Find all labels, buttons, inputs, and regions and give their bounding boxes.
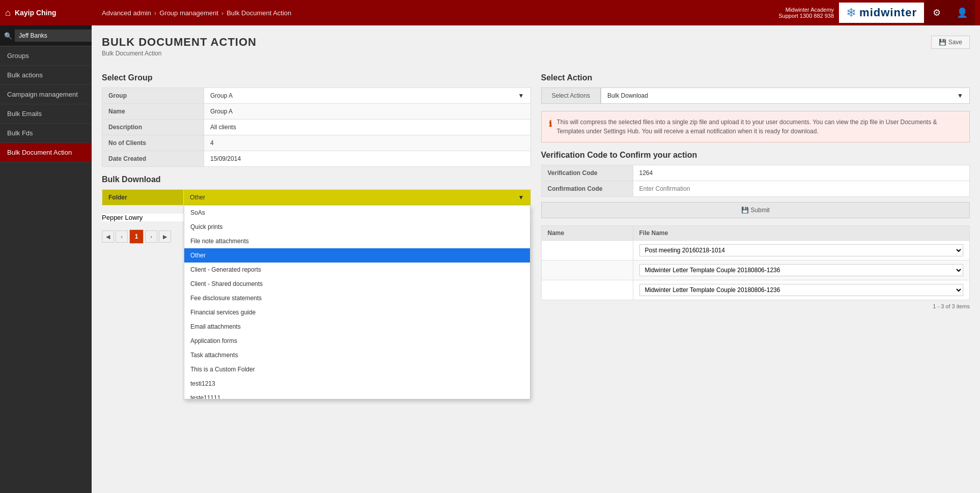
page-next-btn[interactable]: › [145, 230, 157, 243]
folder-option-task-attachments[interactable]: Task attachments [184, 348, 530, 362]
breadcrumb-sep-2: › [221, 9, 223, 17]
page-subtitle: Bulk Document Action [102, 50, 257, 57]
settings-button[interactable]: ⚙ [924, 0, 949, 25]
page-prev-btn-2[interactable]: ‹ [116, 230, 128, 243]
bulk-download-title: Bulk Download [102, 175, 531, 184]
folder-option-email-attachments[interactable]: Email attachments [184, 320, 530, 334]
submit-icon: 💾 [741, 207, 749, 214]
file-select-1[interactable]: Post meeting 20160218-1014 [639, 244, 964, 256]
description-row: Description All clients [102, 120, 531, 135]
sidebar-item-bulk-document-action[interactable]: Bulk Document Action [0, 143, 92, 162]
file-row-3: Midwinter Letter Template Couple 2018080… [541, 280, 970, 300]
file-table-body: Post meeting 20160218-1014 Midwinter Let… [541, 241, 970, 300]
file-select-3[interactable]: Midwinter Letter Template Couple 2018080… [639, 284, 964, 296]
two-col-layout: Select Group Group Group A ▼ Name [102, 73, 970, 309]
academy-name: Midwinter Academy [778, 7, 834, 13]
file-client-name-1 [541, 241, 633, 260]
file-name-col: Name [541, 226, 633, 241]
folder-option-application-forms[interactable]: Application forms [184, 334, 530, 348]
nav-username: Kayip Ching [15, 9, 57, 17]
name-label: Name [102, 104, 204, 120]
folder-option-soas[interactable]: SoAs [184, 206, 530, 220]
group-text: Group A [210, 92, 233, 99]
midwinter-logo: ❄ midwinter [839, 3, 924, 23]
right-column: Select Action Select Actions Bulk Downlo… [541, 73, 970, 309]
date-created-row: Date Created 15/09/2014 [102, 151, 531, 167]
save-icon: 💾 [939, 39, 946, 46]
folder-option-fee-disclosure[interactable]: Fee disclosure statements [184, 291, 530, 305]
search-icon: 🔍 [4, 32, 12, 40]
file-select-2[interactable]: Midwinter Letter Template Couple 2018080… [639, 264, 964, 276]
verification-title: Verification Code to Confirm your action [541, 151, 970, 160]
folder-dropdown-cell: Other ▼ SoAs Quick prints File note atta… [184, 190, 531, 206]
page-1-btn[interactable]: 1 [129, 229, 144, 244]
folder-option-file-note[interactable]: File note attachments [184, 234, 530, 248]
page-prev-btn[interactable]: ◀ [102, 230, 114, 243]
save-label: Save [948, 39, 962, 46]
file-name-col-2: File Name [633, 226, 970, 241]
folder-option-client-shared[interactable]: Client - Shared documents [184, 277, 530, 291]
folder-option-custom-folder[interactable]: This is a Custom Folder [184, 362, 530, 376]
sidebar-item-bulk-fds[interactable]: Bulk Fds [0, 124, 92, 143]
select-actions-tab[interactable]: Select Actions [541, 88, 601, 104]
action-dropdown-text: Bulk Download [607, 92, 648, 99]
sidebar-search-area: 🔍 [0, 25, 92, 46]
breadcrumb: Advanced admin › Group management › Bulk… [97, 9, 778, 17]
folder-option-client-generated[interactable]: Client - Generated reports [184, 263, 530, 277]
page-header-row: BULK DOCUMENT ACTION Bulk Document Actio… [102, 36, 970, 65]
file-select-cell-3: Midwinter Letter Template Couple 2018080… [633, 280, 970, 300]
file-client-name-3 [541, 280, 633, 300]
no-of-clients-label: No of Clients [102, 135, 204, 151]
breadcrumb-current: Bulk Document Action [227, 9, 291, 17]
sidebar-item-groups[interactable]: Groups [0, 46, 92, 66]
description-label: Description [102, 120, 204, 135]
info-box: ℹ This will compress the selected files … [541, 111, 970, 142]
submit-button[interactable]: 💾 Submit [541, 202, 970, 218]
page-header: BULK DOCUMENT ACTION Bulk Document Actio… [102, 36, 257, 57]
breadcrumb-group-management[interactable]: Group management [159, 9, 218, 17]
description-value: All clients [204, 120, 531, 135]
save-button[interactable]: 💾 Save [931, 36, 970, 49]
file-table-header: Name File Name [541, 226, 970, 241]
file-row-2: Midwinter Letter Template Couple 2018080… [541, 260, 970, 280]
info-text: This will compress the selected files in… [557, 118, 963, 136]
breadcrumb-sep-1: › [154, 9, 156, 17]
bulk-download-table: Folder Other ▼ SoAs Quick prints [102, 189, 531, 206]
confirmation-code-row: Confirmation Code [541, 181, 970, 197]
breadcrumb-advanced-admin[interactable]: Advanced admin [102, 9, 151, 17]
top-navigation: ⌂ Kayip Ching Advanced admin › Group man… [0, 0, 980, 25]
date-created-label: Date Created [102, 151, 204, 167]
action-dropdown-arrow: ▼ [957, 92, 963, 99]
left-column: Select Group Group Group A ▼ Name [102, 73, 531, 309]
main-layout: 🔍 Groups Bulk actions Campaign managemen… [0, 25, 980, 493]
folder-option-teste11111[interactable]: teste11111 [184, 391, 530, 399]
file-select-cell-2: Midwinter Letter Template Couple 2018080… [633, 260, 970, 280]
folder-option-other[interactable]: Other [184, 248, 530, 263]
confirmation-code-label: Confirmation Code [541, 181, 633, 197]
sidebar-item-bulk-actions[interactable]: Bulk actions [0, 66, 92, 85]
verification-table: Verification Code 1264 Confirmation Code [541, 165, 970, 197]
search-input[interactable] [15, 30, 99, 42]
folder-select-display[interactable]: Other ▼ [190, 194, 524, 201]
file-row-1: Post meeting 20160218-1014 [541, 241, 970, 260]
page-title: BULK DOCUMENT ACTION [102, 36, 257, 49]
confirmation-code-input[interactable] [639, 185, 964, 192]
sidebar-item-bulk-emails[interactable]: Bulk Emails [0, 104, 92, 124]
group-value: Group A ▼ [204, 88, 531, 104]
home-icon[interactable]: ⌂ [5, 8, 11, 18]
page-buttons: ◀ ‹ 1 › ▶ [102, 229, 171, 244]
info-icon: ℹ [549, 118, 552, 130]
folder-option-quick-prints[interactable]: Quick prints [184, 220, 530, 234]
nav-right: Midwinter Academy Support 1300 882 938 ❄… [778, 0, 975, 25]
action-dropdown[interactable]: Bulk Download ▼ [601, 88, 970, 104]
folder-option-testi1213[interactable]: testi1213 [184, 376, 530, 391]
page-next-btn-2[interactable]: ▶ [159, 230, 171, 243]
user-profile-button[interactable]: 👤 [949, 0, 975, 25]
file-name-table: Name File Name Post meeting 20160218-101… [541, 225, 970, 300]
folder-option-financial-services[interactable]: Financial services guide [184, 305, 530, 320]
sidebar-item-campaign-management[interactable]: Campaign management [0, 85, 92, 104]
snowflake-icon: ❄ [846, 6, 856, 20]
sidebar: 🔍 Groups Bulk actions Campaign managemen… [0, 25, 92, 493]
select-group-title: Select Group [102, 73, 531, 82]
group-dropdown-icon[interactable]: ▼ [518, 92, 524, 99]
